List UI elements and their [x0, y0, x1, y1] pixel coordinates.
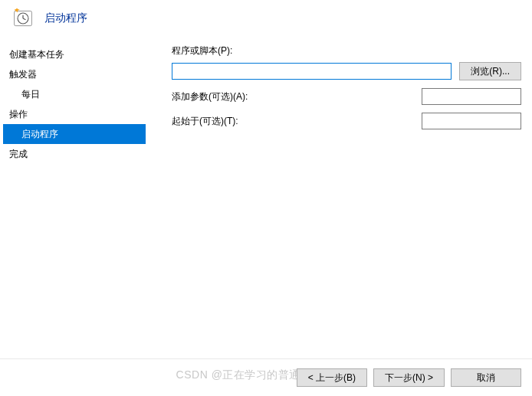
- back-button[interactable]: < 上一步(B): [297, 368, 367, 387]
- footer: < 上一步(B) 下一步(N) > 取消: [297, 368, 521, 387]
- program-label: 程序或脚本(P):: [172, 44, 521, 57]
- startin-row: 起始于(可选)(T):: [172, 113, 521, 129]
- program-row: 程序或脚本(P): 浏览(R)...: [172, 44, 521, 80]
- main-panel: 程序或脚本(P): 浏览(R)... 添加参数(可选)(A): 起始于(可选)(…: [146, 43, 529, 164]
- sidebar-item-daily[interactable]: 每日: [3, 84, 146, 104]
- startin-input[interactable]: [422, 113, 521, 129]
- cancel-button[interactable]: 取消: [451, 368, 521, 387]
- separator: [0, 358, 532, 359]
- args-input[interactable]: [422, 88, 521, 105]
- page-title: 启动程序: [44, 11, 87, 25]
- page-content: 创建基本任务 触发器 每日 操作 启动程序 完成 程序或脚本(P): 浏览(R)…: [0, 43, 532, 164]
- browse-button[interactable]: 浏览(R)...: [459, 62, 521, 80]
- sidebar-item-start-program[interactable]: 启动程序: [3, 124, 146, 144]
- header: 启动程序: [0, 0, 532, 43]
- args-label: 添加参数(可选)(A):: [172, 90, 262, 103]
- sidebar-item-finish[interactable]: 完成: [3, 144, 146, 164]
- startin-label: 起始于(可选)(T):: [172, 115, 262, 128]
- program-input[interactable]: [172, 63, 452, 80]
- next-button[interactable]: 下一步(N) >: [373, 368, 445, 387]
- sidebar-item-trigger[interactable]: 触发器: [3, 64, 146, 84]
- clock-program-icon: [12, 8, 34, 29]
- sidebar: 创建基本任务 触发器 每日 操作 启动程序 完成: [3, 43, 146, 164]
- sidebar-item-action[interactable]: 操作: [3, 104, 146, 124]
- sidebar-item-create-task[interactable]: 创建基本任务: [3, 44, 146, 64]
- args-row: 添加参数(可选)(A):: [172, 88, 521, 105]
